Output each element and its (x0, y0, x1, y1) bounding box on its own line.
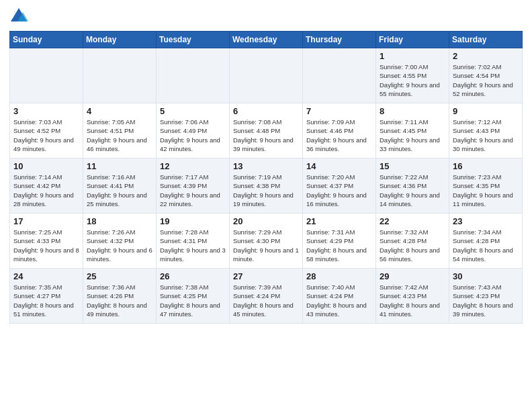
day-number: 23 (453, 216, 519, 226)
day-number: 16 (453, 161, 519, 171)
header-day-friday: Friday (376, 32, 449, 48)
calendar-table: SundayMondayTuesdayWednesdayThursdayFrid… (9, 31, 523, 324)
day-number: 1 (380, 51, 445, 61)
day-number: 30 (453, 271, 519, 281)
logo (9, 7, 31, 26)
day-number: 24 (13, 271, 79, 281)
day-number: 26 (160, 271, 226, 281)
day-info: Sunrise: 7:02 AM Sunset: 4:54 PM Dayligh… (453, 62, 519, 98)
calendar-cell (157, 48, 230, 103)
day-number: 28 (306, 271, 372, 281)
calendar-cell: 27Sunrise: 7:39 AM Sunset: 4:24 PM Dayli… (230, 269, 303, 324)
day-number: 18 (87, 216, 152, 226)
calendar-cell: 29Sunrise: 7:42 AM Sunset: 4:23 PM Dayli… (376, 269, 449, 324)
day-number: 4 (87, 106, 152, 116)
calendar-cell: 4Sunrise: 7:05 AM Sunset: 4:51 PM Daylig… (83, 103, 157, 158)
calendar-cell: 30Sunrise: 7:43 AM Sunset: 4:23 PM Dayli… (449, 269, 523, 324)
logo-icon (9, 7, 28, 26)
day-info: Sunrise: 7:17 AM Sunset: 4:39 PM Dayligh… (160, 173, 226, 208)
day-number: 9 (453, 106, 519, 116)
day-number: 12 (160, 161, 226, 171)
day-number: 5 (160, 106, 226, 116)
day-number: 19 (160, 216, 226, 226)
day-info: Sunrise: 7:34 AM Sunset: 4:28 PM Dayligh… (453, 228, 519, 263)
day-info: Sunrise: 7:09 AM Sunset: 4:46 PM Dayligh… (306, 118, 372, 153)
calendar-cell: 26Sunrise: 7:38 AM Sunset: 4:25 PM Dayli… (157, 269, 230, 324)
calendar-cell: 10Sunrise: 7:14 AM Sunset: 4:42 PM Dayli… (10, 158, 83, 214)
day-number: 14 (306, 161, 372, 171)
calendar-cell: 3Sunrise: 7:03 AM Sunset: 4:52 PM Daylig… (10, 103, 83, 158)
calendar-cell: 12Sunrise: 7:17 AM Sunset: 4:39 PM Dayli… (157, 158, 230, 214)
day-number: 21 (306, 216, 372, 226)
header-day-tuesday: Tuesday (157, 32, 230, 48)
day-info: Sunrise: 7:28 AM Sunset: 4:31 PM Dayligh… (160, 228, 226, 263)
calendar-cell (83, 48, 157, 103)
day-info: Sunrise: 7:12 AM Sunset: 4:43 PM Dayligh… (453, 118, 519, 153)
day-number: 27 (233, 271, 299, 281)
day-info: Sunrise: 7:39 AM Sunset: 4:24 PM Dayligh… (233, 283, 299, 318)
header-day-sunday: Sunday (10, 32, 83, 48)
day-info: Sunrise: 7:25 AM Sunset: 4:33 PM Dayligh… (13, 228, 79, 263)
calendar-cell: 24Sunrise: 7:35 AM Sunset: 4:27 PM Dayli… (10, 269, 83, 324)
day-number: 11 (87, 161, 152, 171)
day-number: 25 (87, 271, 152, 281)
day-info: Sunrise: 7:36 AM Sunset: 4:26 PM Dayligh… (87, 283, 152, 318)
day-number: 8 (380, 106, 445, 116)
calendar-cell: 21Sunrise: 7:31 AM Sunset: 4:29 PM Dayli… (303, 214, 376, 269)
day-number: 22 (380, 216, 445, 226)
calendar-cell: 28Sunrise: 7:40 AM Sunset: 4:24 PM Dayli… (303, 269, 376, 324)
page-header (9, 7, 523, 26)
calendar-cell: 9Sunrise: 7:12 AM Sunset: 4:43 PM Daylig… (449, 103, 523, 158)
calendar-cell: 14Sunrise: 7:20 AM Sunset: 4:37 PM Dayli… (303, 158, 376, 214)
calendar-week-5: 24Sunrise: 7:35 AM Sunset: 4:27 PM Dayli… (10, 269, 523, 324)
day-info: Sunrise: 7:00 AM Sunset: 4:55 PM Dayligh… (380, 62, 445, 98)
day-number: 3 (13, 106, 79, 116)
day-info: Sunrise: 7:29 AM Sunset: 4:30 PM Dayligh… (233, 228, 299, 263)
calendar-cell: 17Sunrise: 7:25 AM Sunset: 4:33 PM Dayli… (10, 214, 83, 269)
day-info: Sunrise: 7:19 AM Sunset: 4:38 PM Dayligh… (233, 173, 299, 208)
day-info: Sunrise: 7:40 AM Sunset: 4:24 PM Dayligh… (306, 283, 372, 318)
day-number: 10 (13, 161, 79, 171)
day-info: Sunrise: 7:22 AM Sunset: 4:36 PM Dayligh… (380, 173, 445, 208)
calendar-cell: 8Sunrise: 7:11 AM Sunset: 4:45 PM Daylig… (376, 103, 449, 158)
calendar-header-row: SundayMondayTuesdayWednesdayThursdayFrid… (10, 32, 523, 48)
day-info: Sunrise: 7:03 AM Sunset: 4:52 PM Dayligh… (13, 118, 79, 153)
calendar-cell (303, 48, 376, 103)
header-day-saturday: Saturday (449, 32, 523, 48)
calendar-cell: 1Sunrise: 7:00 AM Sunset: 4:55 PM Daylig… (376, 48, 449, 103)
day-number: 20 (233, 216, 299, 226)
day-number: 15 (380, 161, 445, 171)
header-day-thursday: Thursday (303, 32, 376, 48)
calendar-week-2: 3Sunrise: 7:03 AM Sunset: 4:52 PM Daylig… (10, 103, 523, 158)
page-container: SundayMondayTuesdayWednesdayThursdayFrid… (0, 0, 532, 330)
day-info: Sunrise: 7:23 AM Sunset: 4:35 PM Dayligh… (453, 173, 519, 208)
day-info: Sunrise: 7:14 AM Sunset: 4:42 PM Dayligh… (13, 173, 79, 208)
day-info: Sunrise: 7:31 AM Sunset: 4:29 PM Dayligh… (306, 228, 372, 263)
day-info: Sunrise: 7:08 AM Sunset: 4:48 PM Dayligh… (233, 118, 299, 153)
calendar-cell: 16Sunrise: 7:23 AM Sunset: 4:35 PM Dayli… (449, 158, 523, 214)
day-info: Sunrise: 7:43 AM Sunset: 4:23 PM Dayligh… (453, 283, 519, 318)
day-number: 17 (13, 216, 79, 226)
day-number: 7 (306, 106, 372, 116)
day-info: Sunrise: 7:05 AM Sunset: 4:51 PM Dayligh… (87, 118, 152, 153)
calendar-cell (230, 48, 303, 103)
day-info: Sunrise: 7:38 AM Sunset: 4:25 PM Dayligh… (160, 283, 226, 318)
calendar-cell: 2Sunrise: 7:02 AM Sunset: 4:54 PM Daylig… (449, 48, 523, 103)
calendar-week-3: 10Sunrise: 7:14 AM Sunset: 4:42 PM Dayli… (10, 158, 523, 214)
day-info: Sunrise: 7:35 AM Sunset: 4:27 PM Dayligh… (13, 283, 79, 318)
calendar-cell (10, 48, 83, 103)
calendar-week-1: 1Sunrise: 7:00 AM Sunset: 4:55 PM Daylig… (10, 48, 523, 103)
day-number: 13 (233, 161, 299, 171)
calendar-cell: 25Sunrise: 7:36 AM Sunset: 4:26 PM Dayli… (83, 269, 157, 324)
header-day-wednesday: Wednesday (230, 32, 303, 48)
day-number: 2 (453, 51, 519, 61)
calendar-cell: 7Sunrise: 7:09 AM Sunset: 4:46 PM Daylig… (303, 103, 376, 158)
calendar-cell: 18Sunrise: 7:26 AM Sunset: 4:32 PM Dayli… (83, 214, 157, 269)
day-info: Sunrise: 7:16 AM Sunset: 4:41 PM Dayligh… (87, 173, 152, 208)
calendar-cell: 22Sunrise: 7:32 AM Sunset: 4:28 PM Dayli… (376, 214, 449, 269)
day-number: 29 (380, 271, 445, 281)
calendar-week-4: 17Sunrise: 7:25 AM Sunset: 4:33 PM Dayli… (10, 214, 523, 269)
day-number: 6 (233, 106, 299, 116)
calendar-cell: 13Sunrise: 7:19 AM Sunset: 4:38 PM Dayli… (230, 158, 303, 214)
day-info: Sunrise: 7:06 AM Sunset: 4:49 PM Dayligh… (160, 118, 226, 153)
